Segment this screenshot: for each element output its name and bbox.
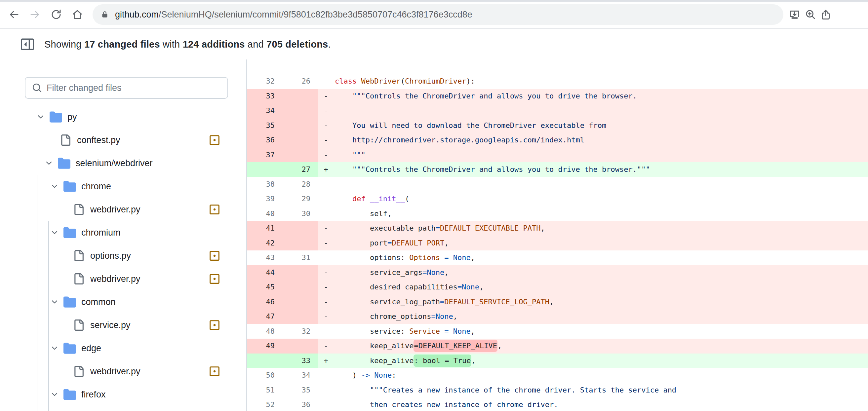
diff-sign [318,250,334,265]
new-line-number[interactable] [283,295,318,310]
diff-row: 47- chrome_options=None, [247,309,868,324]
sidebar-item-chrome[interactable]: chrome [25,175,228,198]
new-line-number[interactable] [283,265,318,280]
new-line-number[interactable]: 35 [283,383,318,398]
code-line: """Creates a new instance of the chrome … [334,383,868,398]
new-line-number[interactable]: 33 [283,353,318,368]
code-line: def __init__( [334,192,868,207]
back-icon[interactable] [7,8,21,21]
old-line-number[interactable]: 34 [247,103,283,118]
old-line-number[interactable]: 40 [247,207,283,221]
sidebar-item-py[interactable]: py [25,105,228,128]
new-line-number[interactable] [283,89,318,104]
sidebar-item-common[interactable]: common [25,290,228,314]
chevron-down-icon[interactable] [47,387,62,402]
old-line-number[interactable]: 50 [247,368,283,383]
url-bar[interactable]: github.com/SeleniumHQ/selenium/commit/9f… [93,4,783,25]
chevron-down-icon[interactable] [47,179,62,194]
sidebar-item-chromium[interactable]: chromium [25,221,228,244]
new-line-number[interactable] [283,103,318,118]
new-line-number[interactable] [283,148,318,163]
code-line: keep_alive: bool = True, [334,353,868,368]
old-line-number[interactable]: 38 [247,177,283,192]
old-line-number[interactable]: 49 [247,339,283,353]
new-line-number[interactable] [283,339,318,353]
code-line: port=DEFAULT_PORT, [334,236,868,251]
code-token: ): [466,77,475,85]
chevron-down-icon[interactable] [41,156,57,171]
old-line-number[interactable]: 37 [247,148,283,163]
old-line-number[interactable]: 35 [247,118,283,133]
old-line-number[interactable]: 32 [247,74,283,89]
file-icon [71,248,86,263]
old-line-number[interactable]: 45 [247,280,283,295]
diff-sign [318,324,334,339]
new-line-number[interactable]: 29 [283,192,318,207]
diff-row: 3929 def __init__( [247,192,868,207]
new-line-number[interactable] [283,133,318,148]
old-line-number[interactable]: 48 [247,324,283,339]
new-line-number[interactable] [283,118,318,133]
new-line-number[interactable] [283,280,318,295]
sidebar-item-firefox[interactable]: firefox [25,383,228,406]
summary-segment: 17 changed files [84,39,160,50]
forward-icon[interactable] [28,8,42,21]
sidebar-item-service-py[interactable]: service.py [25,314,228,337]
old-line-number[interactable]: 46 [247,295,283,310]
new-line-number[interactable]: 32 [283,324,318,339]
old-line-number[interactable]: 51 [247,383,283,398]
new-line-number[interactable]: 30 [283,207,318,221]
code-token [356,77,361,85]
code-token [366,195,370,203]
folder-icon [48,109,63,125]
new-line-number[interactable]: 27 [283,162,318,177]
zoom-in-icon[interactable] [804,8,817,21]
sidebar-item-webdriver-py[interactable]: webdriver.py [25,267,228,290]
code-line: class WebDriver(ChromiumDriver): [334,74,868,89]
old-line-number[interactable] [247,353,283,368]
code-token: -> [361,371,370,379]
old-line-number[interactable]: 43 [247,250,283,265]
chevron-down-icon[interactable] [33,109,48,125]
file-icon [58,132,73,148]
lock-icon[interactable] [100,10,109,19]
code-token: , [444,239,448,247]
old-line-number[interactable]: 41 [247,221,283,236]
code-line: service: Service = None, [334,324,868,339]
chevron-down-icon[interactable] [47,294,62,310]
old-line-number[interactable]: 42 [247,236,283,251]
sidebar-item-webdriver-py[interactable]: webdriver.py [25,198,228,221]
old-line-number[interactable]: 47 [247,309,283,324]
chevron-down-icon[interactable] [47,341,62,356]
new-line-number[interactable]: 31 [283,250,318,265]
sidebar-collapse-icon[interactable] [20,37,35,52]
sidebar-item-options-py[interactable]: options.py [25,244,228,267]
new-line-number[interactable]: 34 [283,368,318,383]
code-token: ( [401,77,405,85]
share-icon[interactable] [819,8,832,21]
old-line-number[interactable]: 36 [247,133,283,148]
old-line-number[interactable]: 33 [247,89,283,104]
sidebar-item-selenium-webdriver[interactable]: selenium/webdriver [25,152,228,175]
chevron-down-icon[interactable] [47,225,62,240]
home-icon[interactable] [71,8,84,21]
download-icon[interactable] [788,8,801,21]
new-line-number[interactable]: 28 [283,177,318,192]
old-line-number[interactable]: 39 [247,192,283,207]
old-line-number[interactable]: 44 [247,265,283,280]
old-line-number[interactable]: 52 [247,398,283,411]
new-line-number[interactable] [283,236,318,251]
sidebar-item-conftest-py[interactable]: conftest.py [25,128,228,152]
new-line-number[interactable] [283,221,318,236]
new-line-number[interactable]: 36 [283,398,318,411]
new-line-number[interactable]: 26 [283,74,318,89]
code-token: , [479,283,484,291]
code-token: ( [405,195,409,203]
new-line-number[interactable] [283,309,318,324]
reload-icon[interactable] [50,8,63,21]
sidebar-item-webdriver-py[interactable]: webdriver.py [25,360,228,383]
old-line-number[interactable] [247,162,283,177]
sidebar-item-edge[interactable]: edge [25,337,228,360]
tree-item-label: chromium [81,228,121,238]
filter-input[interactable] [46,83,224,93]
